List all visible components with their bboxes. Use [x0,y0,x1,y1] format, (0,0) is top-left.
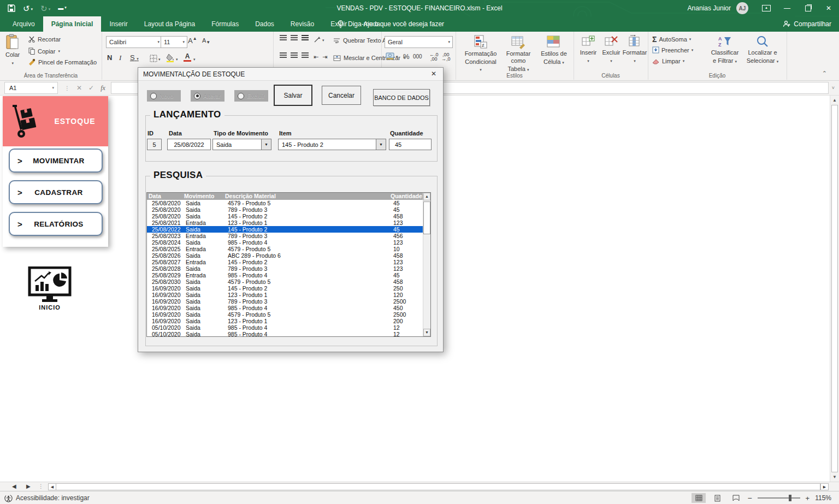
decrease-indent-icon[interactable]: ⇤ [314,54,318,61]
tab-inserir[interactable]: Inserir [101,16,135,32]
list-row[interactable]: 25/08/2020Saida789 - Produto 345 [147,206,423,213]
decrease-decimal-icon[interactable]: ,00→,0 [441,52,451,61]
menu-button-relatórios[interactable]: >RELATÓRIOS [9,212,103,236]
close-button[interactable]: ✕ [818,0,839,16]
listbox-scroll-up-icon[interactable]: ▲ [423,193,430,200]
format-as-table-button[interactable]: Formatar comoTabela ▾ [500,35,536,73]
item-combo[interactable]: 145 - Produto 2 ▼ [278,139,386,150]
tab-layout-da-página[interactable]: Layout da Página [136,16,203,32]
bold-button[interactable]: N [107,54,112,62]
list-row[interactable]: 05/10/2020Saida985 - Produto 412 [147,331,423,336]
list-row[interactable]: 16/09/2020Saida123 - Produto 1200 [147,318,423,324]
name-box-dropdown-icon[interactable]: ▾ [52,86,54,90]
sheet-tab-splitter[interactable]: ⋮ [38,483,44,489]
minimize-button[interactable]: — [777,0,797,16]
scroll-left-icon[interactable]: ◀ [48,483,56,490]
font-color-button[interactable]: A [184,54,191,62]
confirm-entry-icon[interactable]: ✓ [88,84,94,92]
paste-button[interactable]: Colar▾ [5,34,20,67]
font-size-combo[interactable]: 11▾ [161,36,187,48]
menu-button-cadastrar[interactable]: >CADASTRAR [9,180,103,204]
list-row[interactable]: 16/09/2020Saida4579 - Produto 52500 [147,311,423,318]
expand-formula-bar-icon[interactable]: ˅ [832,85,835,91]
underline-button[interactable]: S ▾ [130,54,139,62]
autosum-button[interactable]: Σ AutoSoma▾ [652,35,691,44]
zoom-level[interactable]: 115% [815,494,831,502]
tab-dados[interactable]: Dados [247,16,282,32]
tell-me-search[interactable]: Diga-me o que você deseja fazer [338,16,444,32]
list-row[interactable]: 25/08/2020Saida145 - Produto 2458 [147,213,423,220]
borders-button[interactable] [150,55,157,62]
list-row[interactable]: 05/10/2020Saida985 - Produto 412 [147,324,423,331]
fill-color-button[interactable] [166,54,175,62]
list-row[interactable]: 16/09/2020Saida145 - Produto 2250 [147,285,423,292]
align-middle-icon[interactable] [291,35,298,36]
listbox-scrollbar[interactable]: ▲ ▼ [423,193,430,336]
orientation-button[interactable] [314,36,321,43]
dialog-title-bar[interactable]: MOVIMENTALÇÃO DE ESTOQUE [138,68,443,81]
user-avatar[interactable]: AJ [736,2,748,14]
cancel-entry-icon[interactable]: ✕ [76,84,82,92]
zoom-out-icon[interactable]: − [747,494,752,502]
increase-indent-icon[interactable]: ⇥ [322,54,327,61]
vertical-scrollbar[interactable]: ▲ ▼ [830,96,839,482]
align-right-icon[interactable] [302,52,309,54]
tab-arquivo[interactable]: Arquivo [4,16,43,32]
listbox-scroll-thumb[interactable] [423,201,430,234]
salvar-button[interactable]: Salvar [274,85,312,106]
align-center-icon[interactable] [291,52,298,54]
zoom-slider-thumb[interactable] [789,495,791,501]
list-row[interactable]: 25/08/2028Saida789 - Produto 3123 [147,265,423,272]
format-cells-button[interactable]: Formatar▾ [624,35,646,64]
increase-decimal-icon[interactable]: ←.0,00 [429,52,439,61]
dialog-close-icon[interactable]: ✕ [429,70,439,79]
copy-button[interactable]: Copiar▾ [28,48,60,55]
vertical-scroll-thumb[interactable] [831,105,838,472]
list-row[interactable]: 25/08/2020Saida4579 - Produto 545 [147,200,423,206]
collapse-ribbon-icon[interactable]: ⌃ [822,70,827,77]
number-format-combo[interactable]: Geral▾ [385,36,453,48]
list-row[interactable]: 25/08/2030Saida4579 - Produto 5458 [147,278,423,285]
item-dropdown-icon[interactable]: ▼ [376,139,386,150]
percent-style-button[interactable]: % [403,52,410,61]
page-layout-view-button[interactable] [710,493,724,503]
pesquisa-listbox[interactable]: Data Movimento Descrição Material Quanti… [146,192,431,337]
align-bottom-icon[interactable] [302,35,309,36]
zoom-in-icon[interactable]: + [806,494,810,502]
page-break-view-button[interactable] [729,493,743,503]
list-row[interactable]: 16/09/2020Saida789 - Produto 32500 [147,298,423,305]
tab-revisão[interactable]: Revisão [282,16,322,32]
list-row[interactable]: 25/08/2025Entrada4579 - Produto 510 [147,246,423,252]
sort-filter-button[interactable]: AZ Classificare Filtrar ▾ [708,35,742,65]
font-family-combo[interactable]: Calibri▾ [106,36,162,48]
list-row[interactable]: 16/09/2020Saida985 - Produto 4450 [147,305,423,311]
list-row[interactable]: 25/08/2023Entrada789 - Produto 3456 [147,233,423,239]
list-row[interactable]: 25/08/2027Entrada145 - Produto 2123 [147,259,423,265]
align-left-icon[interactable] [280,52,287,54]
tipo-movimento-combo[interactable]: Saida ▼ [212,139,271,150]
normal-view-button[interactable] [692,493,706,503]
list-row[interactable]: 25/08/2024Saida985 - Produto 4123 [147,239,423,246]
list-row[interactable]: 25/08/2021Entrada123 - Produto 1123 [147,220,423,226]
cut-button[interactable]: Recortar [28,36,61,43]
insert-function-icon[interactable]: fx [101,84,105,92]
tipo-dropdown-icon[interactable]: ▼ [261,139,271,150]
restore-button[interactable] [797,0,818,16]
italic-button[interactable]: I [119,54,121,62]
zoom-slider[interactable] [758,497,800,499]
list-row[interactable]: 25/08/2022Saida145 - Produto 245 [147,226,423,233]
list-row[interactable]: 16/09/2020Saida123 - Produto 1120 [147,292,423,298]
cancelar-button[interactable]: Cancelar [322,86,361,105]
sheet-next-icon[interactable]: ▶ [26,483,31,489]
ribbon-display-options-icon[interactable]: ▴ [756,0,777,16]
user-name[interactable]: Ananias Junior [688,4,731,12]
scroll-right-icon[interactable]: ▶ [820,483,829,490]
menu-button-movimentar[interactable]: >MOVIMENTAR [9,149,103,173]
listbox-scroll-down-icon[interactable]: ▼ [423,329,430,336]
name-box[interactable]: A1 ▾ [4,82,58,94]
shrink-font-button[interactable]: A▼ [202,37,210,45]
formula-bar-options-icon[interactable]: ⋮ [64,85,70,91]
clear-button[interactable]: Limpar▾ [652,58,684,64]
banco-de-dados-button[interactable]: BANCO DE DADOS [373,89,430,106]
fill-button[interactable]: Preencher▾ [652,46,693,54]
